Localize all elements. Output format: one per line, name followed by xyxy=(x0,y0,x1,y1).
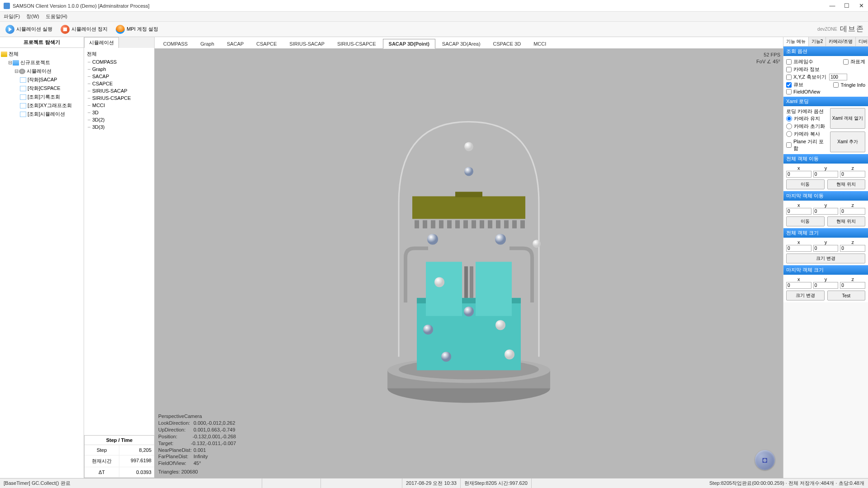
svg-rect-16 xyxy=(447,220,452,228)
menu-file[interactable]: 파일(F) xyxy=(4,13,20,20)
simlist-item[interactable]: COMPASS xyxy=(87,58,151,66)
radio-cam-reset[interactable] xyxy=(786,123,792,129)
btn-sizelast-test[interactable]: Test xyxy=(827,291,866,300)
chk-xyz-axes[interactable] xyxy=(786,75,792,80)
chk-fov[interactable] xyxy=(786,89,792,94)
mpi-settings-button[interactable]: MPI 계정 설정 xyxy=(114,24,160,35)
simlist-item[interactable]: 3D(2) xyxy=(87,116,151,123)
menubar: 파일(F) 창(W) 도움말(H) xyxy=(0,12,868,22)
tree-item[interactable]: [작화]CSPACE xyxy=(1,84,83,93)
run-simulation-button[interactable]: 시뮬레이션 실행 xyxy=(4,24,54,35)
simlist-item[interactable]: SIRIUS-CSAPCE xyxy=(87,94,151,102)
movelast-x-input[interactable] xyxy=(786,208,811,215)
svg-rect-8 xyxy=(464,266,468,298)
chk-coord[interactable] xyxy=(843,59,849,65)
vtab-sacap3d-area[interactable]: SACAP 3D(Area) xyxy=(436,39,486,48)
chk-cube[interactable] xyxy=(786,82,792,88)
moveall-z-input[interactable] xyxy=(840,171,865,178)
stop-icon xyxy=(61,25,70,34)
menu-window[interactable]: 창(W) xyxy=(26,13,39,20)
tree-project[interactable]: ⊟신규프로젝트 xyxy=(1,58,83,67)
svg-point-27 xyxy=(464,167,473,176)
status-message: [BaseTimer] GC.Collect() 완료 xyxy=(0,479,262,488)
movelast-y-input[interactable] xyxy=(813,208,839,215)
chk-caminfo[interactable] xyxy=(786,67,792,72)
btn-sizelast-resize[interactable]: 크기 변경 xyxy=(786,291,825,300)
section-view-options: 조회 옵션 xyxy=(783,47,868,56)
vtab-sacap[interactable]: SACAP xyxy=(221,39,250,48)
sizelast-x-input[interactable] xyxy=(786,282,811,289)
simlist-item[interactable]: Graph xyxy=(87,66,151,73)
btn-xaml-open[interactable]: Xaml 객체 열기 xyxy=(830,108,865,129)
btn-sizeall-resize[interactable]: 크기 변경 xyxy=(786,253,865,263)
vtab-sacap3d-point[interactable]: SACAP 3D(Point) xyxy=(383,39,435,49)
svg-rect-12 xyxy=(415,220,419,228)
maximize-button[interactable]: ☐ xyxy=(844,3,850,9)
chk-framerate[interactable] xyxy=(786,59,792,65)
simlist-item[interactable]: CSAPCE xyxy=(87,80,151,87)
rtab-debug[interactable]: 디버깅 정 xyxy=(856,37,868,46)
svg-rect-15 xyxy=(439,220,443,228)
vtab-graph[interactable]: Graph xyxy=(194,39,220,48)
btn-moveall-move[interactable]: 이동 xyxy=(786,179,825,189)
movelast-z-input[interactable] xyxy=(840,208,865,215)
project-explorer: 프로젝트 탐색기 전체 ⊟신규프로젝트 ⊟시뮬레이션 [작화]SACAP [작화… xyxy=(0,37,84,478)
tree-sim-folder[interactable]: ⊟시뮬레이션 xyxy=(1,67,83,75)
sizelast-z-input[interactable] xyxy=(840,282,865,289)
btn-xaml-add[interactable]: Xaml 추가 xyxy=(830,131,865,152)
tree-item[interactable]: [조회]시뮬레이션 xyxy=(1,110,83,118)
menu-help[interactable]: 도움말(H) xyxy=(46,13,67,20)
chk-triangle-info[interactable] xyxy=(833,82,839,88)
sizeall-y-input[interactable] xyxy=(813,245,839,252)
rtab-camera[interactable]: 카메라/조명 xyxy=(826,37,856,46)
vtab-csapce[interactable]: CSAPCE xyxy=(250,39,283,48)
tree-root[interactable]: 전체 xyxy=(1,50,83,58)
tree-item[interactable]: [작화]SACAP xyxy=(1,75,83,84)
play-icon xyxy=(5,25,14,34)
btn-moveall-curpos[interactable]: 현재 위치 xyxy=(827,179,866,189)
vtab-mcci[interactable]: MCCI xyxy=(528,39,552,48)
rtab-functions2[interactable]: 기능2 xyxy=(809,37,826,46)
sizeall-x-input[interactable] xyxy=(786,245,811,252)
statusbar: [BaseTimer] GC.Collect() 완료 2017-08-29 오… xyxy=(0,478,868,488)
sizeall-z-input[interactable] xyxy=(840,245,865,252)
vtab-compass[interactable]: COMPASS xyxy=(157,39,193,48)
moveall-x-input[interactable] xyxy=(786,171,811,178)
vtab-cspace3d[interactable]: CSPACE 3D xyxy=(487,39,527,48)
radio-cam-keep[interactable] xyxy=(786,116,792,122)
simlist-root[interactable]: 전체 xyxy=(87,50,151,58)
brand-logo: devZONE 데브존 xyxy=(817,24,864,34)
tree-item[interactable]: [조회]기록조회 xyxy=(1,93,83,101)
simlist-item[interactable]: MCCI xyxy=(87,102,151,109)
simlist-item[interactable]: SACAP xyxy=(87,73,151,80)
svg-rect-18 xyxy=(463,220,468,228)
svg-point-29 xyxy=(495,234,506,244)
gizmo-button[interactable]: ◘ xyxy=(755,450,775,470)
simlist-item[interactable]: 3D(3) xyxy=(87,123,151,131)
camera-info-overlay: PerspectiveCamera LookDirection:0.000,-0… xyxy=(156,412,238,476)
vtab-sirius-csapce[interactable]: SIRIUS-CSAPCE xyxy=(331,39,382,48)
moveall-y-input[interactable] xyxy=(813,171,839,178)
chk-plane-dist[interactable] xyxy=(786,142,792,148)
3d-canvas[interactable]: 52 FPS FoV ∠ 45° xyxy=(155,49,783,478)
simlist-item[interactable]: 3D xyxy=(87,109,151,116)
radio-cam-copy[interactable] xyxy=(786,131,792,137)
tree-item[interactable]: [조회]XY그래프조회 xyxy=(1,101,83,110)
simlist-item[interactable]: SIRIUS-SACAP xyxy=(87,87,151,94)
section-move-last: 마지막 객체 이동 xyxy=(783,191,868,201)
sizelast-y-input[interactable] xyxy=(813,282,839,289)
stop-simulation-button[interactable]: 시뮬레이션 정지 xyxy=(59,24,109,35)
xyz-axis-size-input[interactable] xyxy=(829,74,847,80)
svg-rect-14 xyxy=(431,220,435,228)
svg-point-33 xyxy=(464,306,474,316)
close-button[interactable]: ✕ xyxy=(858,3,864,9)
btn-movelast-move[interactable]: 이동 xyxy=(786,216,825,226)
sim-tab[interactable]: 시뮬레이션 xyxy=(84,37,119,48)
properties-panel: 기능 메뉴 기능2 카메라/조명 디버깅 정 ◀▶ 조회 옵션 프레임수 좌표계… xyxy=(783,37,868,478)
btn-movelast-curpos[interactable]: 현재 위치 xyxy=(827,216,866,226)
minimize-button[interactable]: — xyxy=(829,3,835,9)
status-perf: Step:8205작업완료(00:00:00.259) · 전체 저장개수:48… xyxy=(532,479,868,488)
rtab-functions[interactable]: 기능 메뉴 xyxy=(783,37,809,46)
vtab-sirius-sacap[interactable]: SIRIUS-SACAP xyxy=(283,39,330,48)
svg-point-35 xyxy=(441,352,451,361)
